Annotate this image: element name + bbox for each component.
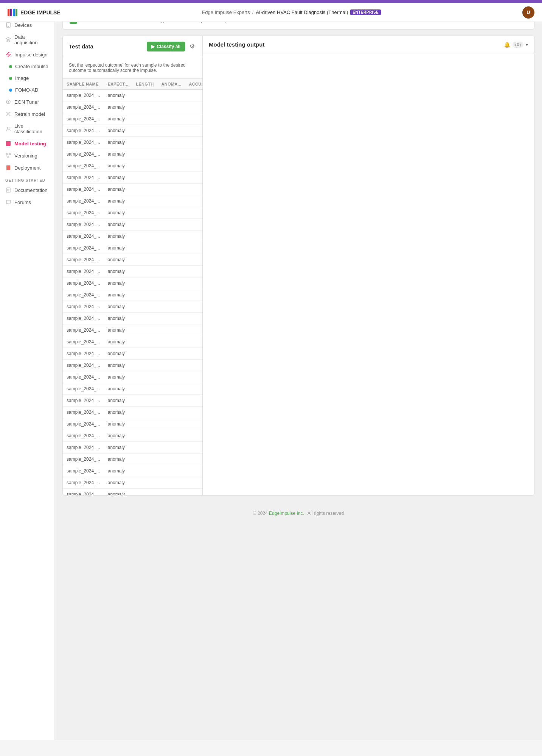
sidebar-label-fomo-ad: FOMO-AD <box>15 87 38 93</box>
svg-point-12 <box>8 156 9 158</box>
cell-anomaly <box>157 489 185 496</box>
cell-expected: anomaly <box>104 454 132 465</box>
col-accuracy: ACCUR... <box>185 79 202 90</box>
cell-length <box>132 148 157 160</box>
cell-accuracy <box>185 454 202 465</box>
cell-expected: anomaly <box>104 207 132 219</box>
settings-button[interactable]: ⚙ <box>188 41 196 51</box>
sidebar-item-live-classification[interactable]: Live classification <box>0 120 54 137</box>
cell-expected: anomaly <box>104 407 132 418</box>
table-row: sample_2024_... anomaly - ⋮ <box>63 207 202 219</box>
cell-accuracy <box>185 336 202 348</box>
cell-anomaly <box>157 113 185 125</box>
cell-length <box>132 101 157 113</box>
breadcrumb-project: AI-driven HVAC Fault Diagnosis (Thermal) <box>256 9 348 15</box>
cell-expected: anomaly <box>104 266 132 277</box>
cell-accuracy <box>185 430 202 442</box>
cell-length <box>132 430 157 442</box>
sidebar-item-image[interactable]: Image <box>0 72 54 84</box>
table-row: sample_2024_... anomaly - ⋮ <box>63 407 202 418</box>
test-panel: Test data ▶ Classify all ⚙ Set the 'expe… <box>63 36 203 495</box>
output-panel-title: Model testing output <box>209 41 264 48</box>
cell-accuracy <box>185 418 202 430</box>
chat-icon <box>5 199 11 205</box>
sidebar-item-fomo-ad[interactable]: FOMO-AD <box>0 84 54 96</box>
cell-accuracy <box>185 195 202 207</box>
cell-expected: anomaly <box>104 360 132 371</box>
cell-accuracy <box>185 219 202 231</box>
table-row: sample_2024_... anomaly - ⋮ <box>63 454 202 465</box>
sidebar-item-documentation[interactable]: Documentation <box>0 184 54 196</box>
cell-name: sample_2024_... <box>63 254 104 266</box>
output-count: (0) <box>512 42 523 48</box>
sidebar-item-forums[interactable]: Forums <box>0 196 54 208</box>
sidebar-label-live-classification: Live classification <box>14 123 49 134</box>
dropdown-arrow[interactable]: ▾ <box>526 42 528 47</box>
cell-anomaly <box>157 430 185 442</box>
sidebar-item-data-acquisition[interactable]: Data acquisition <box>0 31 54 48</box>
cell-accuracy <box>185 207 202 219</box>
cell-expected: anomaly <box>104 254 132 266</box>
sidebar-item-create-impulse[interactable]: Create impulse <box>0 61 54 72</box>
cell-name: sample_2024_... <box>63 360 104 371</box>
cell-anomaly <box>157 418 185 430</box>
cell-name: sample_2024_... <box>63 430 104 442</box>
output-badge: 🔔 (0) ▾ <box>504 42 528 48</box>
cell-name: sample_2024_... <box>63 125 104 137</box>
table-header-row: SAMPLE NAME EXPECT... LENGTH ANOMA... AC… <box>63 79 202 90</box>
cell-expected: anomaly <box>104 184 132 195</box>
footer: © 2024 EdgeImpulse Inc. . All rights res… <box>62 503 534 524</box>
cell-anomaly <box>157 195 185 207</box>
sidebar-label-deployment: Deployment <box>14 165 40 171</box>
sidebar-item-versioning[interactable]: Versioning <box>0 150 54 162</box>
sidebar-label-model-testing: Model testing <box>14 141 46 147</box>
table-row: sample_2024_... anomaly - ⋮ <box>63 477 202 489</box>
cell-accuracy <box>185 442 202 454</box>
sidebar-item-eon-tuner[interactable]: EON Tuner <box>0 96 54 108</box>
cell-length <box>132 90 157 101</box>
cell-accuracy <box>185 254 202 266</box>
cell-length <box>132 465 157 477</box>
sidebar-item-deployment[interactable]: Deployment <box>0 162 54 174</box>
table-row: sample_2024_... anomaly - ⋮ <box>63 348 202 360</box>
cell-accuracy <box>185 383 202 395</box>
cell-name: sample_2024_... <box>63 313 104 324</box>
avatar[interactable]: U <box>522 6 534 19</box>
cell-accuracy <box>185 242 202 254</box>
cell-accuracy <box>185 395 202 407</box>
cell-accuracy <box>185 324 202 336</box>
sidebar-item-impulse-design[interactable]: Impulse design <box>0 48 54 61</box>
cell-accuracy <box>185 184 202 195</box>
output-panel: Model testing output 🔔 (0) ▾ <box>203 36 534 495</box>
cell-expected: anomaly <box>104 172 132 184</box>
cell-length <box>132 383 157 395</box>
table-row: sample_2024_... anomaly - ⋮ <box>63 489 202 496</box>
table-row: sample_2024_... anomaly - ⋮ <box>63 430 202 442</box>
cell-anomaly <box>157 160 185 172</box>
svg-rect-13 <box>6 165 10 170</box>
footer-company-link[interactable]: EdgeImpulse Inc. <box>269 511 304 516</box>
sidebar-label-eon-tuner: EON Tuner <box>14 99 39 105</box>
footer-rights: . All rights reserved <box>305 511 344 516</box>
cell-accuracy <box>185 477 202 489</box>
col-sample-name: SAMPLE NAME <box>63 79 104 90</box>
cell-name: sample_2024_... <box>63 207 104 219</box>
sidebar-label-impulse-design: Impulse design <box>14 52 47 58</box>
zap-icon <box>5 51 11 58</box>
sidebar-item-retrain-model[interactable]: Retrain model <box>0 108 54 120</box>
cell-name: sample_2024_... <box>63 477 104 489</box>
cell-name: sample_2024_... <box>63 137 104 148</box>
cell-length <box>132 371 157 383</box>
data-table: SAMPLE NAME EXPECT... LENGTH ANOMA... AC… <box>63 79 202 495</box>
classify-all-button[interactable]: ▶ Classify all <box>147 42 185 51</box>
topbar: EDGE IMPULSE Edge Impulse Experts / AI-d… <box>0 3 542 22</box>
table-row: sample_2024_... anomaly - ⋮ <box>63 113 202 125</box>
sidebar-item-model-testing[interactable]: Model testing <box>0 137 54 150</box>
cell-expected: anomaly <box>104 90 132 101</box>
cell-expected: anomaly <box>104 113 132 125</box>
cell-anomaly <box>157 277 185 289</box>
cell-name: sample_2024_... <box>63 266 104 277</box>
table-row: sample_2024_... anomaly - ⋮ <box>63 219 202 231</box>
cell-expected: anomaly <box>104 125 132 137</box>
cell-expected: anomaly <box>104 195 132 207</box>
